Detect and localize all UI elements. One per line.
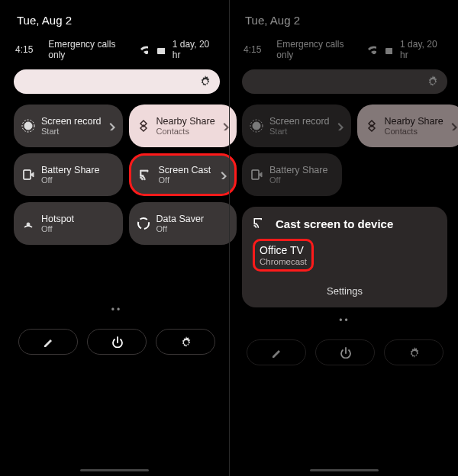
tile-label: Battery Share bbox=[269, 165, 327, 175]
carrier-label: Emergency calls only bbox=[48, 39, 131, 60]
cast-icon bbox=[253, 216, 268, 231]
clock: 4:15 bbox=[15, 44, 33, 55]
tile-data-saver[interactable]: Data Saver Off bbox=[129, 202, 237, 245]
battery-remaining: 1 day, 20 hr bbox=[400, 39, 446, 60]
tile-sub: Contacts bbox=[156, 127, 215, 136]
chevron-right-icon bbox=[219, 170, 228, 179]
cast-device-name: Office TV bbox=[260, 244, 307, 256]
carrier-label: Emergency calls only bbox=[276, 39, 360, 60]
status-bar: 4:15 Emergency calls only 1 day, 20 hr bbox=[242, 36, 447, 69]
tile-screen-cast[interactable]: Screen Cast Off bbox=[129, 153, 237, 196]
cast-device-item[interactable]: Office TV Chromecast bbox=[253, 239, 314, 272]
battery-icon bbox=[384, 45, 393, 54]
tile-sub: Off bbox=[269, 175, 327, 185]
tile-screen-record[interactable]: Screen record Start bbox=[14, 105, 123, 147]
tile-sub: Off bbox=[41, 175, 99, 185]
cast-settings-button[interactable]: Settings bbox=[253, 285, 437, 300]
cast-sheet: Cast screen to device Office TV Chromeca… bbox=[242, 207, 447, 307]
tile-battery-share[interactable]: Battery Share Off bbox=[242, 153, 342, 196]
battery-remaining: 1 day, 20 hr bbox=[173, 39, 218, 60]
nearby-share-icon bbox=[137, 119, 150, 133]
power-button[interactable] bbox=[87, 329, 147, 355]
settings-button[interactable] bbox=[156, 329, 215, 355]
clock: 4:15 bbox=[244, 44, 261, 55]
tile-label: Nearby Share bbox=[156, 116, 215, 127]
brightness-slider[interactable] bbox=[242, 69, 447, 94]
tile-label: Screen record bbox=[41, 116, 102, 127]
battery-share-icon bbox=[250, 168, 263, 182]
tile-sub: Start bbox=[269, 127, 330, 136]
record-icon bbox=[250, 119, 263, 133]
edit-tiles-button[interactable] bbox=[247, 339, 306, 365]
home-indicator bbox=[80, 469, 149, 471]
brightness-icon bbox=[426, 75, 440, 88]
hotspot-icon bbox=[21, 217, 35, 230]
brightness-icon bbox=[198, 75, 212, 88]
tile-sub: Start bbox=[41, 127, 102, 136]
tile-label: Hotspot bbox=[41, 214, 74, 224]
power-button[interactable] bbox=[315, 339, 375, 365]
date-label: Tue, Aug 2 bbox=[14, 8, 220, 36]
tile-label: Battery Share bbox=[41, 165, 99, 175]
date-label: Tue, Aug 2 bbox=[242, 8, 447, 36]
tile-label: Data Saver bbox=[156, 214, 205, 224]
tile-nearby-share[interactable]: Nearby Share Contacts bbox=[357, 105, 458, 147]
tile-nearby-share[interactable]: Nearby Share Contacts bbox=[129, 105, 237, 147]
tile-screen-record[interactable]: Screen record Start bbox=[242, 105, 351, 147]
chevron-right-icon bbox=[108, 121, 117, 130]
tile-sub: Off bbox=[41, 224, 74, 233]
tile-sub: Off bbox=[159, 175, 211, 185]
cast-icon bbox=[139, 168, 153, 182]
battery-icon bbox=[156, 45, 165, 54]
tile-label: Screen Cast bbox=[159, 165, 211, 175]
home-indicator bbox=[310, 469, 379, 471]
battery-share-icon bbox=[21, 168, 35, 182]
settings-button[interactable] bbox=[384, 339, 443, 365]
wifi-icon bbox=[140, 45, 149, 54]
wifi-icon bbox=[367, 45, 376, 54]
nearby-share-icon bbox=[365, 119, 379, 133]
tile-sub: Off bbox=[156, 224, 205, 233]
page-indicator: •• bbox=[242, 315, 447, 326]
cast-device-type: Chromecast bbox=[260, 257, 307, 266]
tile-label: Screen record bbox=[269, 116, 330, 127]
tile-label: Nearby Share bbox=[385, 116, 443, 127]
data-saver-icon bbox=[137, 217, 150, 230]
chevron-right-icon bbox=[336, 121, 345, 130]
tile-sub: Contacts bbox=[385, 127, 443, 136]
record-icon bbox=[21, 119, 35, 133]
tile-hotspot[interactable]: Hotspot Off bbox=[14, 202, 123, 245]
tile-battery-share[interactable]: Battery Share Off bbox=[14, 153, 123, 196]
brightness-slider[interactable] bbox=[14, 69, 220, 94]
cast-title: Cast screen to device bbox=[276, 217, 393, 230]
chevron-right-icon bbox=[450, 121, 458, 130]
status-bar: 4:15 Emergency calls only 1 day, 20 hr bbox=[14, 36, 220, 69]
edit-tiles-button[interactable] bbox=[18, 329, 78, 355]
page-indicator: •• bbox=[14, 304, 220, 315]
